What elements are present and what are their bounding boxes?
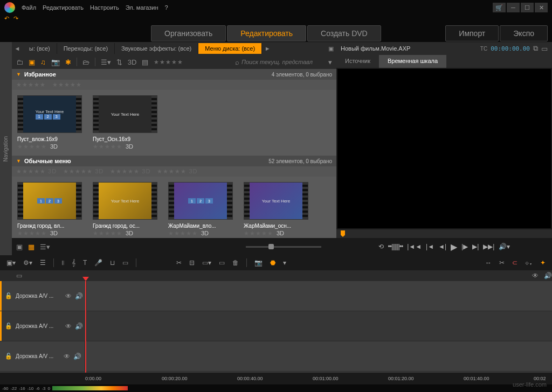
trash-icon[interactable]: 🗑 bbox=[232, 259, 239, 267]
marker-orange-icon[interactable]: ⬣ bbox=[270, 259, 275, 267]
search-input[interactable] bbox=[242, 59, 326, 65]
prev-frame-icon[interactable]: |◄ bbox=[426, 243, 434, 250]
eye-icon[interactable]: 👁 bbox=[65, 323, 72, 330]
screen-icon[interactable]: ▭ bbox=[219, 259, 225, 267]
loop-icon[interactable]: ⟲ bbox=[378, 243, 384, 250]
play-icon[interactable]: ▶ bbox=[451, 242, 457, 252]
scrubber[interactable] bbox=[336, 229, 552, 238]
speaker-icon[interactable]: 🔊 bbox=[544, 272, 552, 279]
group-icon[interactable]: ▭▾ bbox=[202, 259, 211, 267]
search-icon[interactable]: ⌕ bbox=[235, 58, 239, 66]
jog-wheel[interactable]: ••|||||||•• bbox=[388, 243, 403, 250]
audio-icon[interactable]: 𝄞 bbox=[72, 259, 75, 267]
marker-dropdown-icon[interactable]: ▾ bbox=[283, 259, 286, 267]
razor-icon[interactable]: ✂ bbox=[176, 259, 182, 267]
cart-icon[interactable]: 🛒 bbox=[493, 3, 506, 12]
category-regular[interactable]: ▼ Обычные меню 52 элементов, 0 выбрано bbox=[12, 156, 336, 166]
speaker-icon[interactable]: 🔊 bbox=[73, 353, 81, 360]
navigation-strip[interactable]: Navigation bbox=[0, 42, 12, 255]
storyboard-icon[interactable]: ▣▾ bbox=[6, 259, 16, 267]
menu-template-item[interactable]: 123 Гранжд город, вл... ★★★★★3D bbox=[17, 182, 82, 237]
help-icon[interactable]: ? bbox=[165, 4, 168, 11]
photo-icon[interactable]: 📷 bbox=[51, 58, 60, 66]
tab-source[interactable]: Источник bbox=[336, 55, 379, 68]
track-area[interactable] bbox=[87, 311, 552, 341]
fx-icon[interactable]: ✱ bbox=[65, 58, 71, 66]
folder-icon[interactable]: 🗁 bbox=[82, 58, 89, 66]
trim-icon[interactable]: ✂ bbox=[499, 259, 505, 267]
step-back-icon[interactable]: ◄| bbox=[438, 243, 446, 250]
playhead[interactable] bbox=[85, 281, 86, 373]
time-ruler[interactable]: 0:00.00 00:00:20.00 00:00:40.00 00:01:00… bbox=[0, 373, 552, 384]
category-favorites[interactable]: ▼ Избранное 4 элементов, 0 выбрано bbox=[12, 69, 336, 80]
volume-icon[interactable]: 🔊▾ bbox=[499, 243, 510, 250]
eye-icon[interactable]: 👁 bbox=[64, 353, 70, 360]
voiceover-icon[interactable]: 🎤 bbox=[94, 259, 102, 267]
lock-icon[interactable]: 🔓 bbox=[5, 292, 12, 299]
zoom-slider[interactable] bbox=[246, 246, 321, 248]
lock-icon[interactable]: 🔓 bbox=[5, 353, 12, 360]
menu-store[interactable]: Эл. магазин bbox=[126, 4, 158, 11]
fullscreen-icon[interactable]: ▭ bbox=[541, 45, 548, 53]
speaker-icon[interactable]: 🔊 bbox=[75, 323, 83, 330]
snapshot-icon[interactable]: 📷 bbox=[254, 259, 263, 267]
tab-prev-icon[interactable]: ◄ bbox=[12, 45, 23, 52]
music-icon[interactable]: ♫ bbox=[40, 58, 46, 66]
next-frame-icon[interactable]: ▶| bbox=[472, 243, 479, 250]
media-icon[interactable]: ▣ bbox=[29, 58, 35, 66]
tab-export[interactable]: Экспо bbox=[500, 25, 548, 41]
redo-icon[interactable]: ↷ bbox=[13, 15, 18, 25]
close-button[interactable]: ✕ bbox=[535, 3, 548, 12]
levels-icon[interactable]: ⫴ bbox=[61, 259, 64, 267]
link-icon[interactable]: ⟐▾ bbox=[525, 259, 533, 267]
title-icon[interactable]: T bbox=[83, 259, 87, 267]
track-area[interactable] bbox=[87, 281, 552, 311]
lib-tab-sound[interactable]: Звуковые эффекты: (все) bbox=[115, 43, 198, 54]
tab-import[interactable]: Импорт bbox=[445, 25, 499, 41]
menu-setup[interactable]: Настроить bbox=[90, 4, 119, 11]
eye-icon[interactable]: 👁 bbox=[532, 272, 539, 279]
collapse-track-icon[interactable]: ▭ bbox=[16, 272, 22, 279]
track-area[interactable] bbox=[85, 341, 552, 371]
track-icon[interactable]: ☰ bbox=[40, 259, 46, 267]
split-icon[interactable]: ⊟ bbox=[189, 259, 195, 267]
menu-template-item[interactable]: Your Text Here Гранжд город, ос... ★★★★★… bbox=[93, 182, 157, 237]
marker-icon[interactable]: ⊔ bbox=[110, 259, 115, 267]
3d-icon[interactable]: 3D bbox=[128, 58, 137, 66]
dropdown-icon[interactable]: ▾ bbox=[328, 58, 332, 66]
menu-template-item[interactable]: Your Text Here Пуст_Осн.16x9 ★★★★★3D bbox=[93, 95, 157, 150]
lib-tab-transitions[interactable]: Переходы: (все) bbox=[57, 43, 115, 54]
goto-end-icon[interactable]: ▶▶| bbox=[483, 243, 494, 250]
list-view-icon[interactable]: ☰▾ bbox=[40, 243, 50, 251]
settings-icon[interactable]: ⚙▾ bbox=[23, 259, 32, 267]
menu-edit[interactable]: Редактировать bbox=[43, 4, 84, 11]
menu-template-item[interactable]: Your Text Here123 Пуст_влож.16x9 ★★★★★3D bbox=[17, 95, 82, 150]
list-icon[interactable]: ☰▾ bbox=[101, 58, 111, 66]
tab-create-dvd[interactable]: Создать DVD bbox=[307, 25, 381, 41]
magnet-icon[interactable]: ⊂ bbox=[512, 259, 518, 267]
lock-icon[interactable]: 🔓 bbox=[5, 323, 12, 330]
step-fwd-icon[interactable]: |▶ bbox=[461, 243, 468, 250]
tab-organize[interactable]: Организовать bbox=[151, 25, 226, 41]
sort-icon[interactable]: ⇅ bbox=[116, 58, 122, 66]
popout-icon[interactable]: ⧉ bbox=[533, 44, 538, 53]
tab-next-icon[interactable]: ► bbox=[262, 45, 273, 52]
goto-start-icon[interactable]: |◄◄ bbox=[407, 243, 422, 250]
rating-filter[interactable]: ★★★★★ bbox=[154, 59, 183, 66]
menu-template-item[interactable]: 123 ЖарМайами_вло... ★★★★★3D bbox=[168, 182, 233, 237]
speaker-icon[interactable]: 🔊 bbox=[75, 292, 83, 300]
fit-icon[interactable]: ↔ bbox=[485, 259, 492, 267]
bin-icon[interactable]: 🗀 bbox=[16, 58, 23, 66]
menu-template-item[interactable]: Your Text Here ЖарМайами_осн... ★★★★★3D bbox=[244, 182, 308, 237]
tab-add-icon[interactable]: ▣ bbox=[326, 45, 336, 52]
tag-icon[interactable]: ▤ bbox=[142, 58, 148, 66]
lib-tab-disc-menu[interactable]: Меню диска: (все) bbox=[198, 43, 262, 54]
monitor-icon[interactable]: ▭ bbox=[122, 259, 128, 267]
menu-file[interactable]: Файл bbox=[22, 4, 36, 11]
fx-icon[interactable]: ✦ bbox=[540, 259, 546, 267]
eye-icon[interactable]: 👁 bbox=[65, 292, 72, 300]
minimize-button[interactable]: ─ bbox=[507, 3, 520, 12]
tab-edit[interactable]: Редактировать bbox=[227, 25, 306, 41]
undo-icon[interactable]: ↶ bbox=[4, 15, 9, 25]
maximize-button[interactable]: ☐ bbox=[521, 3, 534, 12]
